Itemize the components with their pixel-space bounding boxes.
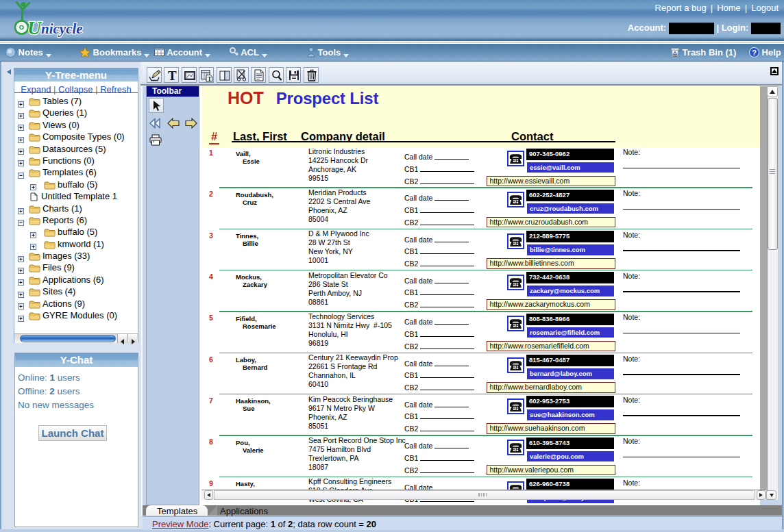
svg-text:nicycle: nicycle xyxy=(41,21,83,37)
svg-text:T: T xyxy=(208,76,212,82)
svg-text:T: T xyxy=(168,68,177,83)
svg-text:?: ? xyxy=(752,49,757,57)
svg-text:U: U xyxy=(27,17,42,38)
